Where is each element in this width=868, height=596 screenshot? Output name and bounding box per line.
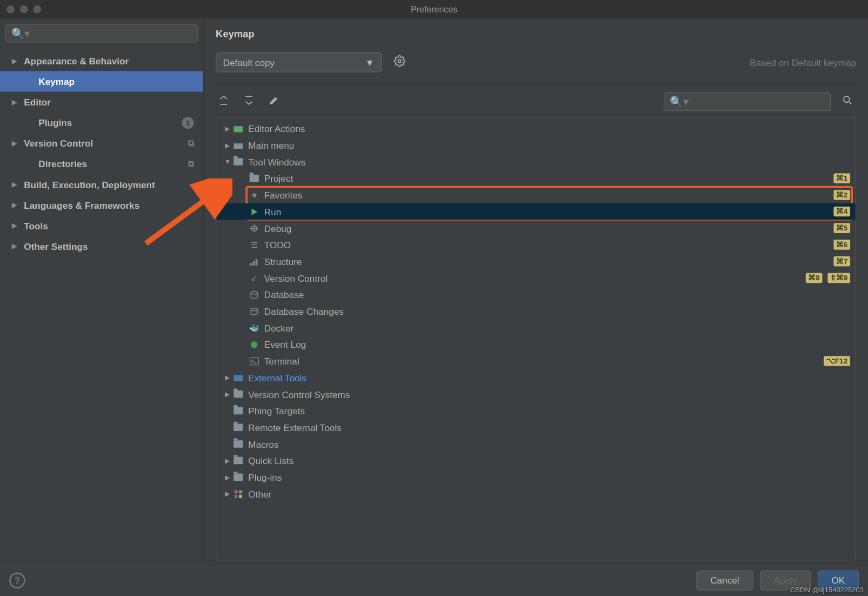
shortcut-badge: ⇧⌘9 [827,273,850,283]
tree-row-docker[interactable]: 🐳Docker [216,320,856,336]
terminal-icon [248,355,260,367]
sidebar-item-version-control[interactable]: ▶Version Control⧉ [0,133,203,154]
chevron-right-icon: ▶ [12,242,20,250]
sidebar-item-tools[interactable]: ▶Tools [0,215,203,236]
sidebar-item-plugins[interactable]: Plugins1 [0,112,203,133]
tree-row-editor-actions[interactable]: ▶Editor Actions [216,120,856,137]
todo-icon: ☰ [248,239,260,250]
tree-row-database[interactable]: Database [216,286,856,303]
sidebar-item-editor[interactable]: ▶Editor [0,91,203,112]
folder-icon [248,173,260,184]
tree-row-label: Debug [264,223,292,234]
based-on-label: Based on Default keymap [750,57,856,68]
shortcut-group: ⌘1 [833,174,850,183]
chevron-right-icon: ▶ [223,490,232,498]
tree-row-todo[interactable]: ☰TODO⌘6 [216,236,856,253]
close-icon[interactable] [6,5,15,14]
gear-icon[interactable] [393,55,405,70]
svg-rect-14 [250,357,258,365]
sidebar-item-label: Keymap [38,76,75,87]
shortcut-badge: ⌘9 [805,273,822,283]
folder-icon [232,438,244,450]
tree-row-label: Version Control Systems [248,389,350,400]
chevron-right-icon: ▶ [12,140,20,147]
tree-row-external-tools[interactable]: ▶External Tools [216,369,856,386]
help-button[interactable]: ? [9,572,25,588]
tree-row-label: Database [264,289,304,300]
keymap-scheme-select[interactable]: Default copy ▼ [216,52,382,72]
action-search-input[interactable]: 🔍▾ [664,92,831,111]
folder-icon [232,156,244,168]
chevron-right-icon: ▶ [12,201,20,209]
tree-row-quick-lists[interactable]: ▶Quick Lists [216,452,856,469]
eventlog-icon [248,339,260,350]
svg-rect-17 [239,490,242,493]
chevron-right-icon: ▶ [12,222,20,229]
expand-all-icon[interactable] [216,92,231,111]
sidebar: 🔍▾ ▶Appearance & BehaviorKeymap▶EditorPl… [0,18,204,560]
sidebar-item-build-execution-deployment[interactable]: ▶Build, Execution, Deployment [0,174,203,195]
tree-row-label: Plug-ins [248,472,282,482]
cancel-button[interactable]: Cancel [696,570,753,590]
window-controls[interactable] [0,5,41,14]
tree-row-structure[interactable]: Structure⌘7 [216,253,856,270]
minimize-icon[interactable] [20,5,28,14]
shortcut-badge: ⌘1 [833,174,850,183]
maximize-icon[interactable] [33,5,41,14]
sidebar-item-other-settings[interactable]: ▶Other Settings [0,236,203,256]
svg-rect-19 [239,494,242,498]
tree-row-other[interactable]: ▶Other [216,486,856,502]
sidebar-search-input[interactable]: 🔍▾ [5,24,198,42]
tree-row-label: Editor Actions [248,123,305,134]
sidebar-item-label: Directories [38,158,87,169]
tree-row-label: Version Control [264,273,328,283]
tree-row-favorites[interactable]: ★Favorites⌘2 [216,187,856,203]
collapse-all-icon[interactable] [241,92,257,111]
find-by-shortcut-icon[interactable] [839,91,856,111]
tree-row-label: Remote External Tools [248,422,342,433]
svg-rect-18 [234,494,237,498]
other-icon [232,488,244,500]
tree-row-phing-targets[interactable]: Phing Targets [216,402,856,419]
run-icon [248,206,260,217]
tree-row-event-log[interactable]: Event Log [216,336,856,353]
actions-tree[interactable]: ▶Editor Actions▶Main menu▼Tool WindowsPr… [216,117,856,560]
sidebar-item-label: Plugins [38,117,72,128]
tree-row-debug[interactable]: Debug⌘5 [216,220,856,236]
chevron-right-icon: ▶ [223,457,232,465]
svg-point-13 [251,341,257,348]
sidebar-item-label: Languages & Frameworks [24,200,139,210]
dbchanges-icon [248,305,260,317]
svg-rect-2 [233,126,243,132]
tree-row-version-control[interactable]: ↙Version Control⌘9⇧⌘9 [216,270,856,287]
sidebar-item-languages-frameworks[interactable]: ▶Languages & Frameworks [0,195,203,215]
edit-icon[interactable] [266,92,282,111]
shortcut-badge: ⌥F12 [824,356,850,366]
tree-row-run[interactable]: Run⌘4 [216,203,856,220]
sidebar-item-appearance-behavior[interactable]: ▶Appearance & Behavior [0,50,203,71]
tree-row-plug-ins[interactable]: ▶Plug-ins [216,469,856,486]
svg-point-11 [251,291,257,294]
shortcut-badge: ⌘2 [833,190,850,200]
tree-row-main-menu[interactable]: ▶Main menu [216,137,856,154]
tree-row-macros[interactable]: Macros [216,436,856,453]
folder-icon [232,455,244,467]
svg-rect-15 [233,375,243,381]
tree-row-remote-external-tools[interactable]: Remote External Tools [216,419,856,436]
sidebar-item-keymap[interactable]: Keymap [0,71,203,91]
search-icon: 🔍▾ [11,27,30,39]
sidebar-item-label: Tools [24,220,48,231]
preferences-window: Preferences 🔍▾ ▶Appearance & BehaviorKey… [0,0,868,596]
tree-row-project[interactable]: Project⌘1 [216,170,856,187]
tree-row-label: Project [264,173,293,184]
tree-row-database-changes[interactable]: Database Changes [216,303,856,320]
tree-row-terminal[interactable]: Terminal⌥F12 [216,353,856,369]
svg-point-1 [844,96,850,102]
structure-icon [248,255,260,267]
sidebar-item-directories[interactable]: Directories⧉ [0,154,203,174]
tree-row-tool-windows[interactable]: ▼Tool Windows [216,154,856,170]
tree-row-version-control-systems[interactable]: ▶Version Control Systems [216,386,856,402]
editor-actions-icon [232,123,244,135]
database-icon [248,289,260,301]
project-scope-icon: ⧉ [188,138,194,149]
